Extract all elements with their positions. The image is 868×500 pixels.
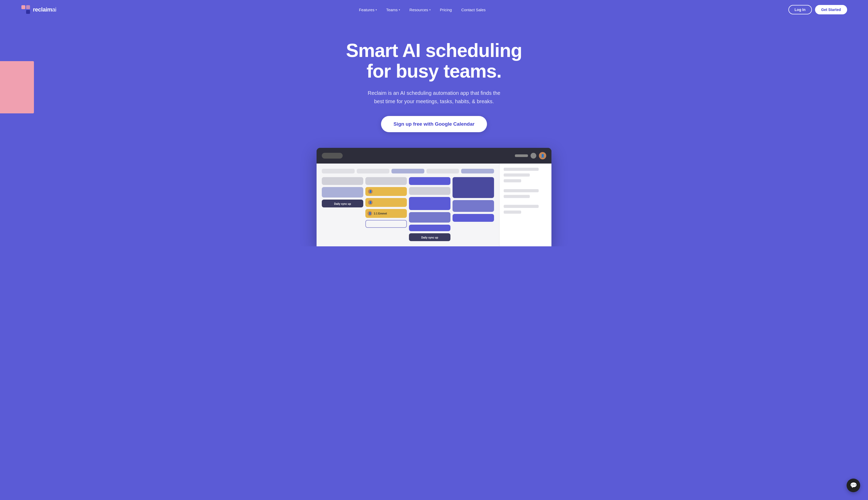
sidebar-line [504,195,530,198]
calendar-main: Daily sync up 👤 👤 [317,163,499,246]
cal-header-col3 [391,169,424,173]
sidebar-line [504,189,539,192]
cal-header-col2 [357,169,390,173]
chevron-down-icon: ▾ [429,8,431,11]
cal-event [365,177,407,185]
svg-rect-0 [21,5,25,9]
cal-event-label: 1:1 Emmet [374,212,387,215]
window-dot [530,153,536,159]
avatar: 👤 [368,189,373,194]
decorative-pink-block [0,61,34,113]
calendar-preview: 👤 [317,148,551,246]
nav-item-teams[interactable]: Teams ▾ [386,8,400,12]
cal-header-col1 [322,169,355,173]
cal-event-yellow: 👤 [365,187,407,196]
chat-bubble[interactable]: 💬 [847,479,860,492]
cal-column-2: 👤 👤 👤 1:1 Emmet [365,177,407,241]
cal-column-4 [453,177,494,241]
cal-event [322,177,363,185]
svg-rect-1 [21,10,25,14]
svg-rect-2 [26,5,30,9]
sidebar-line [504,173,530,177]
calendar-grid: Daily sync up 👤 👤 [322,177,494,241]
login-button[interactable]: Log In [788,5,812,14]
cal-event [409,187,450,195]
window-pill [322,153,343,159]
nav-links: Features ▾ Teams ▾ Resources ▾ Pricing C… [359,8,485,12]
sidebar-line [504,179,521,182]
cal-column-1: Daily sync up [322,177,363,241]
nav-label-teams: Teams [386,8,398,12]
hero-title: Smart AI scheduling for busy teams. [343,40,525,81]
nav-item-resources[interactable]: Resources ▾ [409,8,431,12]
hero-subtitle: Reclaim is an AI scheduling automation a… [364,89,504,105]
window-controls-right: 👤 [515,152,546,159]
avatar: 👤 [367,211,372,216]
bottom-fill [0,246,868,257]
cal-event [453,177,494,198]
calendar-window: 👤 [317,148,551,246]
navbar: reclaimai Features ▾ Teams ▾ Resources ▾… [0,0,868,19]
signup-button[interactable]: Sign up free with Google Calendar [381,116,487,132]
logo-text: reclaimai [33,6,56,13]
hero-section: Smart AI scheduling for busy teams. Recl… [0,19,868,246]
cal-header-col4 [426,169,459,173]
get-started-button[interactable]: Get Started [815,5,847,14]
daily-sync-badge-2: Daily sync up [409,233,450,241]
logo-icon [21,5,31,15]
window-line [515,155,528,157]
cal-event [409,225,450,231]
logo[interactable]: reclaimai [21,5,56,15]
nav-label-resources: Resources [409,8,428,12]
cal-event [453,200,494,212]
window-bar: 👤 [317,148,551,163]
avatar: 👤 [368,200,373,205]
cal-event [409,212,450,223]
cal-header-col5 [461,169,494,173]
chevron-down-icon: ▾ [376,8,377,11]
nav-label-pricing: Pricing [440,8,452,12]
sidebar-line [504,168,539,171]
cal-event [409,177,450,185]
cal-event [453,214,494,222]
daily-sync-badge-1: Daily sync up [322,200,363,207]
chevron-down-icon: ▾ [399,8,400,11]
cal-column-3: Daily sync up [409,177,450,241]
nav-label-features: Features [359,8,374,12]
sidebar-line [504,211,521,214]
nav-item-contact[interactable]: Contact Sales [461,8,485,12]
calendar-header-row [322,169,494,173]
nav-item-features[interactable]: Features ▾ [359,8,377,12]
nav-actions: Log In Get Started [788,5,847,14]
calendar-body: Daily sync up 👤 👤 [317,163,551,246]
cal-event [322,187,363,197]
chat-icon: 💬 [850,482,857,489]
nav-label-contact: Contact Sales [461,8,485,12]
sidebar-line [504,205,539,208]
cal-event-yellow-2: 👤 [365,198,407,207]
cal-event-bordered [365,220,407,228]
svg-rect-3 [26,10,30,14]
nav-item-pricing[interactable]: Pricing [440,8,452,12]
cal-event [409,197,450,210]
cal-event-one-on-one: 👤 1:1 Emmet [365,209,407,218]
calendar-sidebar [499,163,551,246]
avatar: 👤 [539,152,546,159]
